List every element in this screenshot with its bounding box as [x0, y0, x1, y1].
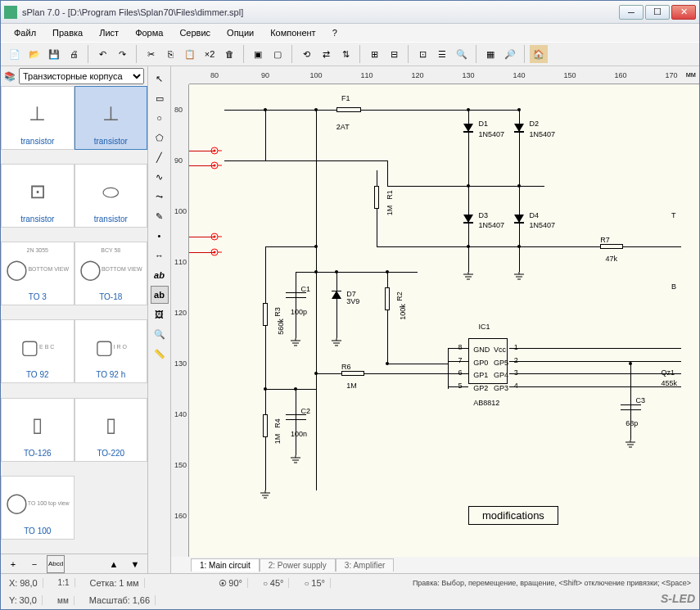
- titlebar: sPlan 7.0 - [D:\Program Files\Splan70\Fi…: [1, 1, 699, 24]
- zoom-button[interactable]: 🔎: [501, 45, 519, 63]
- vertical-ruler: 8090100110120130140150160: [171, 84, 189, 557]
- new-button[interactable]: 📄: [6, 45, 24, 63]
- component-TO-126[interactable]: ▯TO-126: [1, 398, 75, 462]
- tab-power[interactable]: 2: Power supply: [260, 558, 336, 572]
- home-button[interactable]: 🏠: [530, 45, 548, 63]
- menu-help[interactable]: ?: [326, 26, 344, 39]
- image-tool[interactable]: 🖼: [151, 305, 169, 323]
- find-button[interactable]: 🔍: [453, 45, 471, 63]
- menu-file[interactable]: Файл: [7, 26, 43, 39]
- minimize-button[interactable]: ─: [619, 5, 644, 20]
- grid-info: Сетка: 1 мм: [85, 578, 145, 588]
- sort-asc-button[interactable]: ▲: [105, 555, 123, 573]
- delete-button[interactable]: 🗑: [220, 45, 238, 63]
- grid-button[interactable]: ▦: [481, 45, 499, 63]
- abcd-toggle[interactable]: Abcd: [47, 555, 65, 573]
- zoom-ratio: 1:1: [53, 578, 75, 587]
- close-button[interactable]: ✕: [671, 5, 696, 20]
- save-button[interactable]: 💾: [45, 45, 63, 63]
- modifications-box: modifications: [468, 506, 558, 525]
- menu-edit[interactable]: Правка: [46, 26, 89, 39]
- component-TO-220[interactable]: ▯TO-220: [75, 398, 148, 462]
- component-transistor[interactable]: ⊥transistor: [75, 86, 148, 150]
- textframe-tool[interactable]: ab: [151, 286, 169, 304]
- rect-tool[interactable]: ▭: [151, 89, 169, 107]
- node-tool[interactable]: •: [151, 227, 169, 245]
- main-toolbar: 📄 📂 💾 🖨 ↶ ↷ ✂ ⎘ 📋 ×2 🗑 ▣ ▢ ⟲ ⇄ ⇅ ⊞ ⊟ ⊡ ☰…: [1, 42, 699, 66]
- sort-desc-button[interactable]: ▼: [126, 555, 144, 573]
- window-title: sPlan 7.0 - [D:\Program Files\Splan70\Fi…: [22, 7, 619, 17]
- app-icon: [4, 6, 17, 19]
- mirror-h-button[interactable]: ⇄: [317, 45, 335, 63]
- svg-marker-14: [514, 124, 524, 132]
- component-sidebar: 📚 Транзисторные корпуса ⊥transistor⊥tran…: [1, 66, 148, 573]
- angle-45[interactable]: ○ 45°: [258, 578, 289, 588]
- menu-form[interactable]: Форма: [129, 26, 169, 39]
- horizontal-ruler: мм 8090100110120130140150160170: [189, 66, 699, 84]
- angle-15[interactable]: ○ 15°: [299, 578, 330, 588]
- sheet-tabs: 1: Main circuit 2: Power supply 3: Ampli…: [171, 557, 699, 573]
- redo-button[interactable]: ↷: [113, 45, 131, 63]
- list-button[interactable]: ☰: [433, 45, 451, 63]
- ungroup-button[interactable]: ⊟: [385, 45, 403, 63]
- component-TO-18[interactable]: BCY 58◯BOTTOM VIEWTO-18: [75, 242, 148, 305]
- menu-sheet[interactable]: Лист: [93, 26, 125, 39]
- cut-button[interactable]: ✂: [142, 45, 160, 63]
- component-TO-100[interactable]: ◯TO 100 top viewTO 100: [1, 476, 75, 540]
- tab-amp[interactable]: 3: Amplifier: [336, 558, 394, 572]
- maximize-button[interactable]: ☐: [645, 5, 670, 20]
- cursor-x: X: 98,0: [4, 578, 43, 588]
- remove-component-button[interactable]: −: [25, 555, 43, 573]
- component-TO-92-h[interactable]: ▢I R OTO 92 h: [75, 319, 148, 383]
- watermark-logo: S-LED: [661, 592, 695, 605]
- duplicate-button[interactable]: ×2: [201, 45, 219, 63]
- bezier-tool[interactable]: ⤳: [151, 188, 169, 206]
- status-unit: мм: [52, 596, 75, 605]
- zoom-tool[interactable]: 🔍: [151, 325, 169, 343]
- schematic-canvas[interactable]: F12ATD11N5407D21N5407D31N5407D41N5407R11…: [189, 84, 699, 557]
- component-transistor[interactable]: ⊥transistor: [1, 86, 75, 150]
- snap-button[interactable]: ⊡: [413, 45, 431, 63]
- group-button[interactable]: ⊞: [365, 45, 383, 63]
- angle-90[interactable]: ⦿ 90°: [214, 578, 248, 588]
- open-button[interactable]: 📂: [25, 45, 43, 63]
- circle-tool[interactable]: ○: [151, 109, 169, 127]
- curve-tool[interactable]: ∿: [151, 168, 169, 186]
- component-transistor[interactable]: ⊡transistor: [1, 164, 75, 228]
- tab-main[interactable]: 1: Main circuit: [191, 558, 260, 572]
- statusbar: X: 98,0 1:1 Сетка: 1 мм ⦿ 90° ○ 45° ○ 15…: [1, 573, 699, 609]
- component-TO-3[interactable]: 2N 3055◯BOTTOM VIEWTO 3: [1, 242, 75, 305]
- measure-tool[interactable]: 📏: [151, 345, 169, 363]
- library-icon[interactable]: 📚: [4, 71, 16, 82]
- poly-tool[interactable]: ⬠: [151, 129, 169, 147]
- status-hint: Правка: Выбор, перемещение, вращение, <S…: [408, 579, 696, 587]
- freehand-tool[interactable]: ✎: [151, 207, 169, 225]
- menu-component[interactable]: Компонент: [264, 26, 322, 39]
- cursor-y: Y: 30,0: [4, 595, 43, 605]
- drawing-tools: ↖ ▭ ○ ⬠ ╱ ∿ ⤳ ✎ • ↔ ab ab 🖼 🔍 📏: [148, 66, 171, 573]
- back-button[interactable]: ▢: [269, 45, 287, 63]
- select-tool[interactable]: ↖: [151, 70, 169, 88]
- rotate-button[interactable]: ⟲: [297, 45, 315, 63]
- dimension-tool[interactable]: ↔: [151, 246, 169, 264]
- mirror-v-button[interactable]: ⇅: [336, 45, 355, 63]
- component-transistor[interactable]: ⬭transistor: [75, 164, 148, 228]
- line-tool[interactable]: ╱: [151, 148, 169, 166]
- text-tool[interactable]: ab: [151, 266, 169, 284]
- paste-button[interactable]: 📋: [181, 45, 199, 63]
- svg-marker-18: [514, 215, 524, 223]
- svg-marker-12: [463, 124, 473, 132]
- svg-marker-16: [463, 215, 473, 223]
- copy-button[interactable]: ⎘: [161, 45, 179, 63]
- component-TO-92[interactable]: ▢E B CTO 92: [1, 319, 75, 383]
- menubar: Файл Правка Лист Форма Сервис Опции Комп…: [1, 24, 699, 42]
- library-select[interactable]: Транзисторные корпуса: [19, 68, 144, 84]
- print-button[interactable]: 🖨: [65, 45, 83, 63]
- menu-service[interactable]: Сервис: [173, 26, 217, 39]
- svg-marker-32: [332, 291, 341, 299]
- add-component-button[interactable]: +: [4, 555, 22, 573]
- scale-info: Масштаб: 1,66: [84, 595, 156, 605]
- menu-options[interactable]: Опции: [220, 26, 260, 39]
- front-button[interactable]: ▣: [249, 45, 267, 63]
- undo-button[interactable]: ↶: [93, 45, 111, 63]
